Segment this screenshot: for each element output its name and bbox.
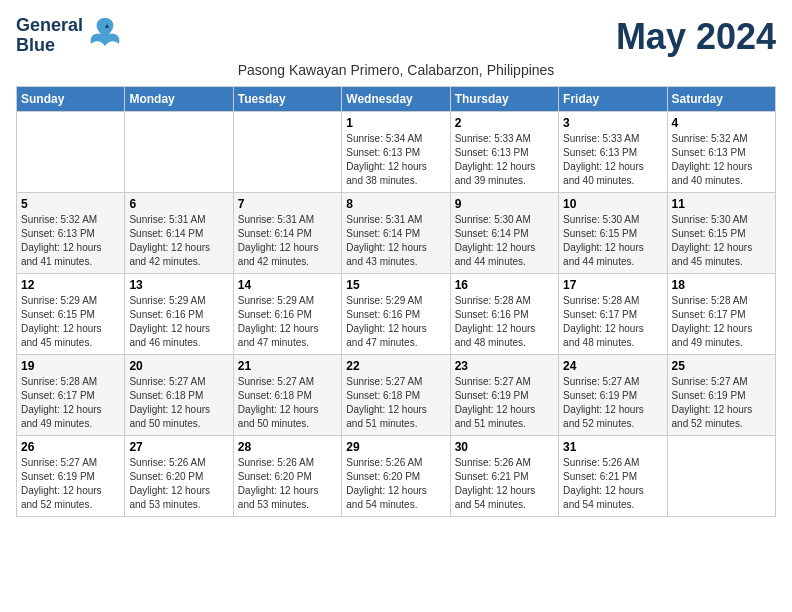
calendar-cell: 22Sunrise: 5:27 AM Sunset: 6:18 PM Dayli… <box>342 355 450 436</box>
calendar-cell <box>233 112 341 193</box>
day-number: 12 <box>21 278 120 292</box>
calendar-week-row: 26Sunrise: 5:27 AM Sunset: 6:19 PM Dayli… <box>17 436 776 517</box>
day-info: Sunrise: 5:26 AM Sunset: 6:20 PM Dayligh… <box>129 456 228 512</box>
day-number: 1 <box>346 116 445 130</box>
calendar-cell: 27Sunrise: 5:26 AM Sunset: 6:20 PM Dayli… <box>125 436 233 517</box>
day-number: 25 <box>672 359 771 373</box>
day-number: 24 <box>563 359 662 373</box>
calendar-cell: 25Sunrise: 5:27 AM Sunset: 6:19 PM Dayli… <box>667 355 775 436</box>
logo-text-general: General <box>16 16 83 36</box>
calendar-cell: 23Sunrise: 5:27 AM Sunset: 6:19 PM Dayli… <box>450 355 558 436</box>
calendar-cell: 10Sunrise: 5:30 AM Sunset: 6:15 PM Dayli… <box>559 193 667 274</box>
calendar-cell: 19Sunrise: 5:28 AM Sunset: 6:17 PM Dayli… <box>17 355 125 436</box>
day-number: 26 <box>21 440 120 454</box>
day-info: Sunrise: 5:33 AM Sunset: 6:13 PM Dayligh… <box>563 132 662 188</box>
calendar-table: SundayMondayTuesdayWednesdayThursdayFrid… <box>16 86 776 517</box>
day-info: Sunrise: 5:29 AM Sunset: 6:15 PM Dayligh… <box>21 294 120 350</box>
weekday-header-sunday: Sunday <box>17 87 125 112</box>
day-number: 13 <box>129 278 228 292</box>
day-info: Sunrise: 5:33 AM Sunset: 6:13 PM Dayligh… <box>455 132 554 188</box>
calendar-cell: 21Sunrise: 5:27 AM Sunset: 6:18 PM Dayli… <box>233 355 341 436</box>
day-info: Sunrise: 5:27 AM Sunset: 6:19 PM Dayligh… <box>455 375 554 431</box>
day-number: 5 <box>21 197 120 211</box>
day-number: 4 <box>672 116 771 130</box>
calendar-cell: 24Sunrise: 5:27 AM Sunset: 6:19 PM Dayli… <box>559 355 667 436</box>
day-info: Sunrise: 5:30 AM Sunset: 6:14 PM Dayligh… <box>455 213 554 269</box>
calendar-cell: 6Sunrise: 5:31 AM Sunset: 6:14 PM Daylig… <box>125 193 233 274</box>
day-info: Sunrise: 5:28 AM Sunset: 6:17 PM Dayligh… <box>563 294 662 350</box>
day-number: 28 <box>238 440 337 454</box>
day-info: Sunrise: 5:32 AM Sunset: 6:13 PM Dayligh… <box>21 213 120 269</box>
day-number: 15 <box>346 278 445 292</box>
calendar-cell: 29Sunrise: 5:26 AM Sunset: 6:20 PM Dayli… <box>342 436 450 517</box>
day-number: 17 <box>563 278 662 292</box>
calendar-cell: 13Sunrise: 5:29 AM Sunset: 6:16 PM Dayli… <box>125 274 233 355</box>
calendar-cell: 8Sunrise: 5:31 AM Sunset: 6:14 PM Daylig… <box>342 193 450 274</box>
calendar-cell: 15Sunrise: 5:29 AM Sunset: 6:16 PM Dayli… <box>342 274 450 355</box>
day-info: Sunrise: 5:29 AM Sunset: 6:16 PM Dayligh… <box>238 294 337 350</box>
calendar-cell: 4Sunrise: 5:32 AM Sunset: 6:13 PM Daylig… <box>667 112 775 193</box>
calendar-week-row: 19Sunrise: 5:28 AM Sunset: 6:17 PM Dayli… <box>17 355 776 436</box>
day-info: Sunrise: 5:31 AM Sunset: 6:14 PM Dayligh… <box>129 213 228 269</box>
day-info: Sunrise: 5:26 AM Sunset: 6:21 PM Dayligh… <box>455 456 554 512</box>
day-number: 18 <box>672 278 771 292</box>
day-number: 22 <box>346 359 445 373</box>
calendar-cell <box>17 112 125 193</box>
day-number: 10 <box>563 197 662 211</box>
calendar-cell <box>125 112 233 193</box>
calendar-cell: 17Sunrise: 5:28 AM Sunset: 6:17 PM Dayli… <box>559 274 667 355</box>
day-number: 30 <box>455 440 554 454</box>
day-info: Sunrise: 5:34 AM Sunset: 6:13 PM Dayligh… <box>346 132 445 188</box>
day-number: 9 <box>455 197 554 211</box>
logo-bird-icon <box>87 16 123 56</box>
day-number: 6 <box>129 197 228 211</box>
day-number: 29 <box>346 440 445 454</box>
day-number: 27 <box>129 440 228 454</box>
day-info: Sunrise: 5:31 AM Sunset: 6:14 PM Dayligh… <box>346 213 445 269</box>
calendar-cell: 14Sunrise: 5:29 AM Sunset: 6:16 PM Dayli… <box>233 274 341 355</box>
calendar-cell: 9Sunrise: 5:30 AM Sunset: 6:14 PM Daylig… <box>450 193 558 274</box>
day-info: Sunrise: 5:26 AM Sunset: 6:20 PM Dayligh… <box>346 456 445 512</box>
day-number: 23 <box>455 359 554 373</box>
day-info: Sunrise: 5:27 AM Sunset: 6:19 PM Dayligh… <box>21 456 120 512</box>
day-info: Sunrise: 5:26 AM Sunset: 6:21 PM Dayligh… <box>563 456 662 512</box>
day-info: Sunrise: 5:30 AM Sunset: 6:15 PM Dayligh… <box>563 213 662 269</box>
calendar-cell: 30Sunrise: 5:26 AM Sunset: 6:21 PM Dayli… <box>450 436 558 517</box>
calendar-cell: 16Sunrise: 5:28 AM Sunset: 6:16 PM Dayli… <box>450 274 558 355</box>
day-info: Sunrise: 5:28 AM Sunset: 6:17 PM Dayligh… <box>672 294 771 350</box>
day-info: Sunrise: 5:28 AM Sunset: 6:16 PM Dayligh… <box>455 294 554 350</box>
calendar-week-row: 12Sunrise: 5:29 AM Sunset: 6:15 PM Dayli… <box>17 274 776 355</box>
calendar-cell: 20Sunrise: 5:27 AM Sunset: 6:18 PM Dayli… <box>125 355 233 436</box>
calendar-cell: 28Sunrise: 5:26 AM Sunset: 6:20 PM Dayli… <box>233 436 341 517</box>
day-info: Sunrise: 5:27 AM Sunset: 6:19 PM Dayligh… <box>563 375 662 431</box>
day-number: 2 <box>455 116 554 130</box>
calendar-week-row: 1Sunrise: 5:34 AM Sunset: 6:13 PM Daylig… <box>17 112 776 193</box>
location-subtitle: Pasong Kawayan Primero, Calabarzon, Phil… <box>16 62 776 78</box>
weekday-header-row: SundayMondayTuesdayWednesdayThursdayFrid… <box>17 87 776 112</box>
calendar-cell: 1Sunrise: 5:34 AM Sunset: 6:13 PM Daylig… <box>342 112 450 193</box>
day-info: Sunrise: 5:29 AM Sunset: 6:16 PM Dayligh… <box>129 294 228 350</box>
logo: General Blue <box>16 16 123 56</box>
weekday-header-friday: Friday <box>559 87 667 112</box>
weekday-header-wednesday: Wednesday <box>342 87 450 112</box>
day-info: Sunrise: 5:30 AM Sunset: 6:15 PM Dayligh… <box>672 213 771 269</box>
day-number: 19 <box>21 359 120 373</box>
weekday-header-tuesday: Tuesday <box>233 87 341 112</box>
day-info: Sunrise: 5:29 AM Sunset: 6:16 PM Dayligh… <box>346 294 445 350</box>
logo-text-blue: Blue <box>16 36 83 56</box>
calendar-cell: 26Sunrise: 5:27 AM Sunset: 6:19 PM Dayli… <box>17 436 125 517</box>
calendar-cell: 11Sunrise: 5:30 AM Sunset: 6:15 PM Dayli… <box>667 193 775 274</box>
day-number: 16 <box>455 278 554 292</box>
day-number: 8 <box>346 197 445 211</box>
calendar-cell <box>667 436 775 517</box>
calendar-cell: 7Sunrise: 5:31 AM Sunset: 6:14 PM Daylig… <box>233 193 341 274</box>
day-info: Sunrise: 5:28 AM Sunset: 6:17 PM Dayligh… <box>21 375 120 431</box>
day-info: Sunrise: 5:31 AM Sunset: 6:14 PM Dayligh… <box>238 213 337 269</box>
day-number: 21 <box>238 359 337 373</box>
day-info: Sunrise: 5:32 AM Sunset: 6:13 PM Dayligh… <box>672 132 771 188</box>
calendar-cell: 18Sunrise: 5:28 AM Sunset: 6:17 PM Dayli… <box>667 274 775 355</box>
calendar-cell: 2Sunrise: 5:33 AM Sunset: 6:13 PM Daylig… <box>450 112 558 193</box>
weekday-header-monday: Monday <box>125 87 233 112</box>
calendar-cell: 5Sunrise: 5:32 AM Sunset: 6:13 PM Daylig… <box>17 193 125 274</box>
day-number: 20 <box>129 359 228 373</box>
